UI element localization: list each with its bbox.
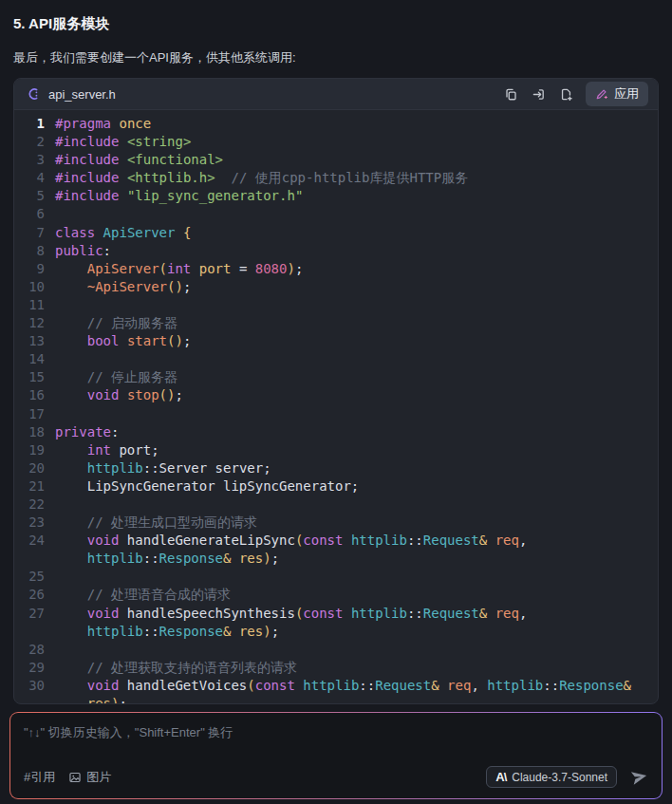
section-heading: 5. API服务模块 (0, 0, 672, 32)
code-line: 29 // 处理获取支持的语音列表的请求 (14, 659, 658, 677)
line-number: 6 (14, 205, 45, 223)
line-number: 5 (14, 187, 45, 205)
code-line: 20 httplib::Server server; (14, 459, 658, 477)
line-number: 3 (14, 151, 45, 169)
filename: api_server.h (48, 87, 116, 102)
line-number: 1 (14, 115, 45, 133)
send-button[interactable] (630, 768, 648, 786)
image-button[interactable]: 图片 (68, 769, 111, 786)
code-line: 12 // 启动服务器 (14, 314, 658, 332)
line-number: 18 (14, 423, 45, 441)
code-text: #include <httplib.h> // 使用cpp-httplib库提供… (55, 170, 468, 185)
composer-inner: "↑↓" 切换历史输入，"Shift+Enter" 换行 #引用 图片 (10, 713, 662, 798)
code-text: httplib::Response& res); (55, 624, 279, 639)
line-number: 11 (14, 296, 45, 314)
code-line: 30 void handleGetVoices(const httplib::R… (14, 677, 658, 695)
c-header-icon (26, 86, 41, 102)
line-number: 30 (14, 677, 45, 695)
code-card-header: api_server.h (14, 79, 658, 110)
code-line: 14 (14, 350, 658, 368)
code-text: class ApiServer { (55, 225, 191, 240)
line-number: 15 (14, 368, 45, 386)
code-line: 26 // 处理语音合成的请求 (14, 586, 658, 604)
image-label: 图片 (86, 769, 111, 786)
reference-button[interactable]: #引用 (24, 769, 55, 786)
code-text: void stop(); (55, 387, 183, 402)
code-line: 23 // 处理生成口型动画的请求 (14, 514, 658, 532)
line-number: 24 (14, 532, 45, 550)
code-text: httplib::Server server; (55, 460, 271, 476)
code-text: LipSyncGenerator lipSyncGenerator; (55, 478, 359, 494)
composer-input[interactable]: "↑↓" 切换历史输入，"Shift+Enter" 换行 (24, 724, 648, 741)
code-line: 17 (14, 405, 658, 423)
code-text: private: (55, 424, 119, 439)
code-text: ~ApiServer(); (55, 279, 191, 294)
code-line: 8public: (14, 242, 658, 260)
code-line: 18private: (14, 423, 658, 441)
code-text: bool start(); (55, 333, 191, 348)
apply-button[interactable]: 应用 (586, 82, 648, 106)
line-number: 16 (14, 386, 45, 404)
code-line: 24 void handleGenerateLipSync(const http… (14, 532, 658, 550)
code-line: httplib::Response& res); (14, 623, 658, 641)
code-text: ApiServer(int port = 8080); (55, 261, 303, 276)
line-number: 26 (14, 586, 45, 604)
insert-icon (532, 87, 546, 102)
intro-text: 最后，我们需要创建一个API服务，供其他系统调用: (13, 50, 659, 65)
code-line: 9 ApiServer(int port = 8080); (14, 260, 658, 278)
code-text: httplib::Response& res); (55, 551, 279, 566)
code-line: 3#include <functional> (14, 151, 658, 169)
copy-button[interactable] (501, 84, 521, 104)
chat-response-view: 5. API服务模块 最后，我们需要创建一个API服务，供其他系统调用: api… (0, 0, 672, 804)
code-text: #include "lip_sync_generator.h" (55, 188, 303, 203)
code-card: api_server.h (13, 78, 659, 704)
code-text: int port; (55, 442, 159, 458)
image-icon (68, 771, 82, 784)
code-text: // 处理生成口型动画的请求 (55, 514, 257, 530)
code-text: #pragma once (55, 116, 151, 131)
code-text: // 处理获取支持的语音列表的请求 (55, 660, 297, 675)
code-line: 28 (14, 641, 658, 659)
code-line: 7class ApiServer { (14, 224, 658, 242)
line-number: 4 (14, 169, 45, 187)
code-text: public: (55, 243, 111, 258)
code-line: 19 int port; (14, 441, 658, 459)
code-line: 11 (14, 296, 658, 314)
code-line: 10 ~ApiServer(); (14, 278, 658, 296)
line-number: 22 (14, 495, 45, 514)
code-line: 1#pragma once (14, 115, 658, 133)
line-number: 28 (14, 641, 45, 659)
code-line: 21 LipSyncGenerator lipSyncGenerator; (14, 477, 658, 495)
line-number: 12 (14, 314, 45, 332)
code-line: 6 (14, 205, 658, 223)
code-text: void handleSpeechSynthesis(const httplib… (55, 606, 527, 621)
send-icon (630, 768, 648, 786)
code-text: void handleGenerateLipSync(const httplib… (55, 533, 527, 548)
copy-icon (504, 87, 518, 102)
line-number: 23 (14, 514, 45, 532)
code-text: #include <functional> (55, 152, 223, 167)
code-text: #include <string> (55, 134, 191, 149)
composer: "↑↓" 切换历史输入，"Shift+Enter" 换行 #引用 图片 (9, 712, 663, 799)
new-file-button[interactable] (556, 84, 576, 104)
line-number: 21 (14, 477, 45, 495)
model-label: Claude-3.7-Sonnet (512, 771, 607, 784)
code-line: 15 // 停止服务器 (14, 368, 658, 386)
code-text: void handleGetVoices(const httplib::Requ… (55, 678, 631, 693)
code-text: // 处理语音合成的请求 (55, 587, 231, 602)
insert-button[interactable] (529, 84, 549, 104)
code-line: 2#include <string> (14, 133, 658, 151)
line-number: 19 (14, 441, 45, 459)
line-number: 9 (14, 260, 45, 278)
line-number: 27 (14, 605, 45, 623)
code-line: res); (14, 695, 658, 704)
line-number: 13 (14, 332, 45, 350)
model-selector[interactable]: A\ Claude-3.7-Sonnet (486, 766, 617, 788)
line-number: 14 (14, 350, 45, 368)
code-area[interactable]: 1#pragma once2#include <string>3#include… (14, 110, 658, 704)
line-number: 17 (14, 405, 45, 423)
apply-label: 应用 (614, 85, 639, 103)
code-line: httplib::Response& res); (14, 550, 658, 568)
code-line: 25 (14, 568, 658, 586)
code-line: 4#include <httplib.h> // 使用cpp-httplib库提… (14, 169, 658, 187)
